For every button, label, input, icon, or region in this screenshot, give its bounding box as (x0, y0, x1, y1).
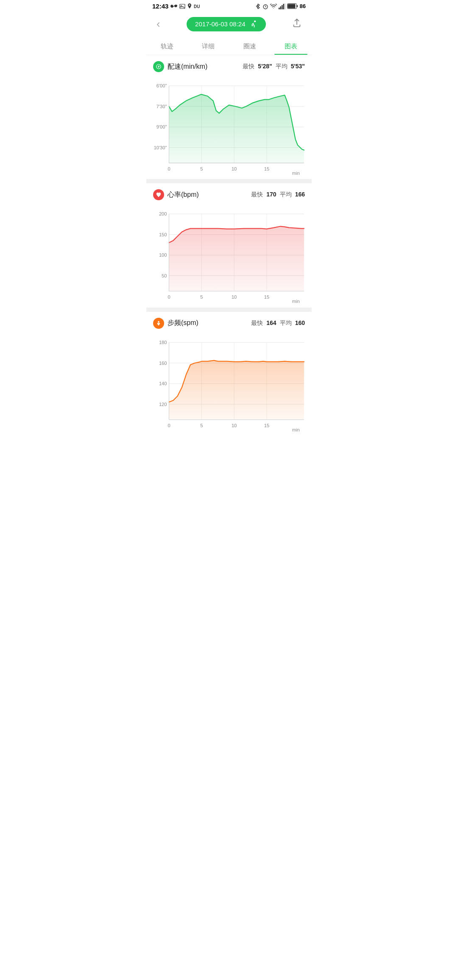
pace-chart-title: 配速(min/km) (153, 61, 207, 72)
svg-text:7'30": 7'30" (156, 104, 167, 109)
run-icon (249, 20, 257, 28)
svg-text:min: min (292, 427, 300, 432)
bluetooth-icon (255, 3, 261, 9)
signal-icon (279, 3, 285, 9)
svg-text:5: 5 (200, 423, 203, 428)
svg-text:5: 5 (200, 166, 203, 171)
tab-detail[interactable]: 详细 (188, 37, 229, 55)
battery-icon (287, 3, 298, 9)
svg-text:0: 0 (168, 166, 170, 171)
svg-text:min: min (292, 299, 300, 304)
status-left: 12:43 DU (152, 3, 201, 10)
infinity-icon (170, 4, 178, 9)
tab-lap[interactable]: 圈速 (229, 37, 271, 55)
svg-text:10: 10 (232, 166, 237, 171)
pace-chart-stats: 最快 5'28" 平均 5'53" (243, 63, 305, 70)
svg-text:50: 50 (162, 273, 167, 278)
svg-text:10: 10 (232, 423, 237, 428)
svg-text:150: 150 (159, 232, 167, 237)
svg-text:10: 10 (232, 295, 237, 300)
svg-text:15: 15 (264, 295, 269, 300)
heart-chart-svg: 200 150 100 50 0 5 10 15 min (150, 205, 308, 304)
cadence-chart-section: 步频(spm) 最快 164 平均 160 180 160 140 120 (146, 312, 312, 436)
heart-chart-header: 心率(bpm) 最快 170 平均 166 (146, 183, 312, 204)
battery-level: 86 (300, 3, 306, 9)
cadence-chart-header: 步频(spm) 最快 164 平均 160 (146, 312, 312, 332)
cadence-chart-svg: 180 160 140 120 0 5 10 15 min (150, 334, 308, 432)
heart-chart-section: 心率(bpm) 最快 170 平均 166 200 150 100 50 (146, 183, 312, 307)
svg-text:15: 15 (264, 423, 269, 428)
sep-2 (146, 308, 312, 312)
heart-icon (153, 189, 164, 200)
svg-text:180: 180 (159, 340, 167, 345)
header-title: 2017-06-03 08:24 (187, 17, 265, 31)
svg-text:0: 0 (168, 295, 170, 300)
pace-icon (153, 61, 164, 72)
svg-point-50 (158, 321, 159, 323)
svg-text:5: 5 (200, 295, 203, 300)
svg-text:200: 200 (159, 212, 167, 217)
sep-1 (146, 179, 312, 183)
heart-chart-title: 心率(bpm) (153, 189, 199, 200)
cadence-chart-wrap: 180 160 140 120 0 5 10 15 min (146, 332, 312, 432)
status-right: 86 (255, 3, 306, 9)
status-time: 12:43 (152, 3, 168, 10)
header: ‹ 2017-06-03 08:24 (146, 11, 312, 37)
svg-text:min: min (292, 171, 300, 176)
svg-point-1 (181, 5, 182, 6)
svg-text:100: 100 (159, 253, 167, 258)
svg-rect-5 (280, 6, 281, 9)
svg-rect-7 (283, 4, 284, 9)
svg-rect-10 (297, 5, 298, 7)
svg-text:6'00": 6'00" (156, 83, 167, 88)
svg-text:9'00": 9'00" (156, 124, 167, 129)
cadence-chart-stats: 最快 164 平均 160 (251, 319, 305, 327)
bottom-spacer (146, 436, 312, 453)
tabs: 轨迹 详细 圈速 图表 (146, 37, 312, 55)
tab-chart[interactable]: 图表 (271, 37, 312, 55)
tab-track[interactable]: 轨迹 (146, 37, 188, 55)
heart-chart-stats: 最快 170 平均 166 (251, 191, 305, 199)
location-icon (187, 3, 192, 9)
svg-rect-11 (288, 4, 295, 8)
pace-chart-header: 配速(min/km) 最快 5'28" 平均 5'53" (146, 55, 312, 76)
image-icon (179, 4, 185, 9)
heart-chart-wrap: 200 150 100 50 0 5 10 15 min (146, 204, 312, 304)
pace-chart-svg: 6'00" 7'30" 9'00" 10'30" 0 (150, 77, 308, 176)
svg-text:10'30": 10'30" (154, 145, 167, 150)
pace-chart-wrap: 6'00" 7'30" 9'00" 10'30" 0 (146, 76, 312, 176)
svg-text:160: 160 (159, 361, 167, 366)
svg-rect-8 (285, 3, 285, 9)
cadence-icon (153, 318, 164, 329)
svg-text:15: 15 (264, 166, 269, 171)
share-icon (292, 18, 302, 28)
status-bar: 12:43 DU 86 (146, 0, 312, 11)
alarm-icon (263, 3, 268, 9)
svg-point-12 (254, 20, 256, 22)
header-date: 2017-06-03 08:24 (195, 20, 245, 28)
svg-text:DU: DU (194, 4, 200, 9)
cadence-chart-title: 步频(spm) (153, 318, 198, 329)
back-button[interactable]: ‹ (153, 16, 164, 32)
share-button[interactable] (289, 17, 305, 31)
wifi-icon (270, 4, 277, 9)
svg-rect-6 (282, 5, 283, 9)
svg-rect-4 (279, 8, 280, 9)
pace-chart-section: 配速(min/km) 最快 5'28" 平均 5'53" 6'00" 7'30"… (146, 55, 312, 179)
svg-text:120: 120 (159, 402, 167, 407)
svg-text:0: 0 (168, 423, 170, 428)
svg-text:140: 140 (159, 381, 167, 386)
du-icon: DU (194, 4, 201, 9)
